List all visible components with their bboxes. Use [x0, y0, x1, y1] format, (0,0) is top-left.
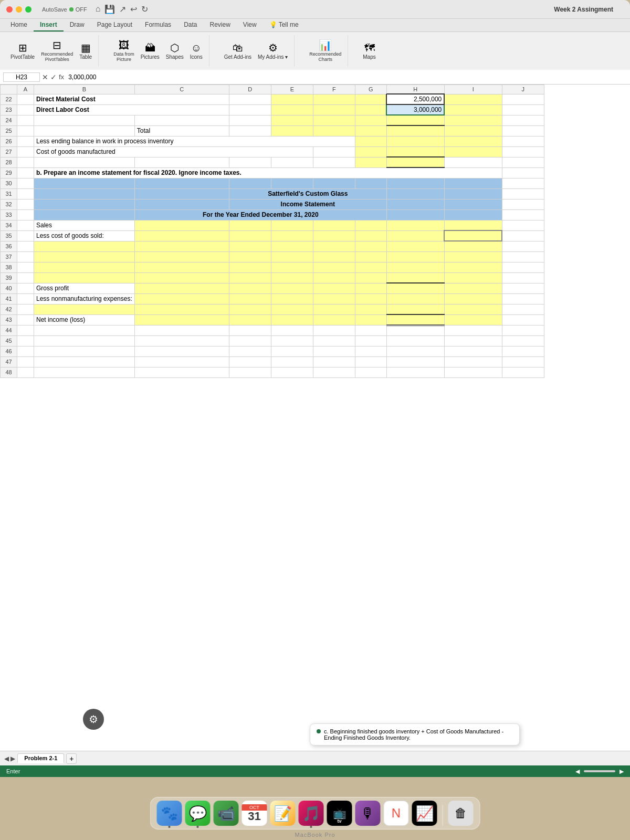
cell-H33[interactable] — [386, 209, 444, 220]
cell-A38[interactable] — [17, 262, 34, 272]
scroll-right-icon[interactable]: ▶ — [620, 768, 624, 775]
cell-I45[interactable] — [444, 335, 502, 346]
row-28[interactable]: 28 — [1, 157, 17, 167]
col-I[interactable]: I — [444, 85, 502, 94]
cell-G36[interactable] — [355, 241, 386, 251]
cell-A45[interactable] — [17, 335, 34, 346]
cell-G46[interactable] — [355, 346, 386, 356]
cell-I33[interactable] — [444, 209, 502, 220]
cell-I27[interactable] — [444, 146, 502, 157]
row-42[interactable]: 42 — [1, 304, 17, 314]
cell-E44[interactable] — [271, 325, 313, 335]
cell-H25[interactable] — [386, 125, 444, 136]
cell-I46[interactable] — [444, 346, 502, 356]
cell-I38[interactable] — [444, 262, 502, 272]
cell-I24[interactable] — [444, 115, 502, 125]
redo-icon[interactable]: ↻ — [141, 4, 148, 14]
spreadsheet[interactable]: A B C D E F G H I J 22 — [0, 85, 630, 751]
cell-J43[interactable] — [502, 314, 544, 325]
cell-J29[interactable] — [502, 167, 544, 178]
cell-I47[interactable] — [444, 356, 502, 367]
cell-D39[interactable] — [229, 272, 271, 283]
cell-J34[interactable] — [502, 220, 544, 230]
cell-H43[interactable] — [386, 314, 444, 325]
cell-C40[interactable] — [134, 283, 229, 293]
cell-I26[interactable] — [444, 136, 502, 146]
recommended-pivottables-button[interactable]: ⊟ RecommendedPivotTables — [39, 39, 75, 63]
cell-F41[interactable] — [313, 293, 355, 304]
row-30[interactable]: 30 — [1, 178, 17, 188]
row-41[interactable]: 41 — [1, 293, 17, 304]
cell-E23[interactable] — [271, 104, 313, 115]
cell-J27[interactable] — [502, 146, 544, 157]
cell-A43[interactable] — [17, 314, 34, 325]
col-E[interactable]: E — [271, 85, 313, 94]
cell-E42[interactable] — [271, 304, 313, 314]
cell-B29[interactable]: b. Prepare an income statement for fisca… — [34, 167, 502, 178]
cell-G45[interactable] — [355, 335, 386, 346]
cell-F46[interactable] — [313, 346, 355, 356]
cell-E39[interactable] — [271, 272, 313, 283]
cell-E25[interactable] — [271, 125, 313, 136]
dock-notes[interactable]: 📝 — [270, 801, 296, 826]
cell-J30[interactable] — [502, 178, 544, 188]
cell-D45[interactable] — [229, 335, 271, 346]
col-G[interactable]: G — [355, 85, 386, 94]
cell-J23[interactable] — [502, 104, 544, 115]
row-45[interactable]: 45 — [1, 335, 17, 346]
cell-A32[interactable] — [17, 199, 34, 209]
cell-B31[interactable] — [34, 188, 135, 199]
row-35[interactable]: 35 — [1, 230, 17, 241]
cell-H47[interactable] — [386, 356, 444, 367]
settings-gear-button[interactable]: ⚙ — [83, 709, 104, 730]
col-H[interactable]: H — [386, 85, 444, 94]
cell-G43[interactable] — [355, 314, 386, 325]
col-D[interactable]: D — [229, 85, 271, 94]
dock-podcasts[interactable]: 🎙 — [355, 801, 381, 826]
cell-C37[interactable] — [134, 251, 229, 262]
cell-J45[interactable] — [502, 335, 544, 346]
cell-H23[interactable]: 3,000,000 — [386, 104, 444, 115]
cell-C48[interactable] — [134, 367, 229, 377]
cell-I30[interactable] — [444, 178, 502, 188]
cell-B47[interactable] — [34, 356, 135, 367]
cell-H22[interactable]: 2,500,000 — [386, 94, 444, 104]
cell-B40[interactable]: Gross profit — [34, 283, 135, 293]
cell-F24[interactable] — [313, 115, 355, 125]
cell-E38[interactable] — [271, 262, 313, 272]
cell-G37[interactable] — [355, 251, 386, 262]
maps-button[interactable]: 🗺 Maps — [361, 41, 377, 61]
cell-B26[interactable]: Less ending balance in work in process i… — [34, 136, 355, 146]
cell-G26[interactable] — [355, 136, 386, 146]
col-C[interactable]: C — [134, 85, 229, 94]
row-39[interactable]: 39 — [1, 272, 17, 283]
icons-button[interactable]: ☺ Icons — [188, 41, 205, 61]
cell-G25[interactable] — [355, 125, 386, 136]
cell-E43[interactable] — [271, 314, 313, 325]
cell-B28[interactable] — [34, 157, 135, 167]
cell-B23[interactable]: Direct Labor Cost — [34, 104, 229, 115]
row-25[interactable]: 25 — [1, 125, 17, 136]
name-box[interactable]: H23 — [3, 72, 40, 82]
cell-C43[interactable] — [134, 314, 229, 325]
cell-H24[interactable] — [386, 115, 444, 125]
cell-A46[interactable] — [17, 346, 34, 356]
cell-I28[interactable] — [444, 157, 502, 167]
cell-G38[interactable] — [355, 262, 386, 272]
tab-view[interactable]: View — [237, 19, 263, 32]
cell-D38[interactable] — [229, 262, 271, 272]
cell-A47[interactable] — [17, 356, 34, 367]
cell-C39[interactable] — [134, 272, 229, 283]
cell-B41[interactable]: Less nonmanufacturing expenses: — [34, 293, 135, 304]
cell-A27[interactable] — [17, 146, 34, 157]
row-36[interactable]: 36 — [1, 241, 17, 251]
cell-H26[interactable] — [386, 136, 444, 146]
cell-J24[interactable] — [502, 115, 544, 125]
dock-airdrop[interactable]: 🗑 — [448, 801, 474, 826]
cell-J40[interactable] — [502, 283, 544, 293]
tab-tell-me[interactable]: 💡 Tell me — [263, 19, 305, 32]
tab-page-layout[interactable]: Page Layout — [91, 19, 139, 32]
cell-D41[interactable] — [229, 293, 271, 304]
cell-G47[interactable] — [355, 356, 386, 367]
cell-A42[interactable] — [17, 304, 34, 314]
